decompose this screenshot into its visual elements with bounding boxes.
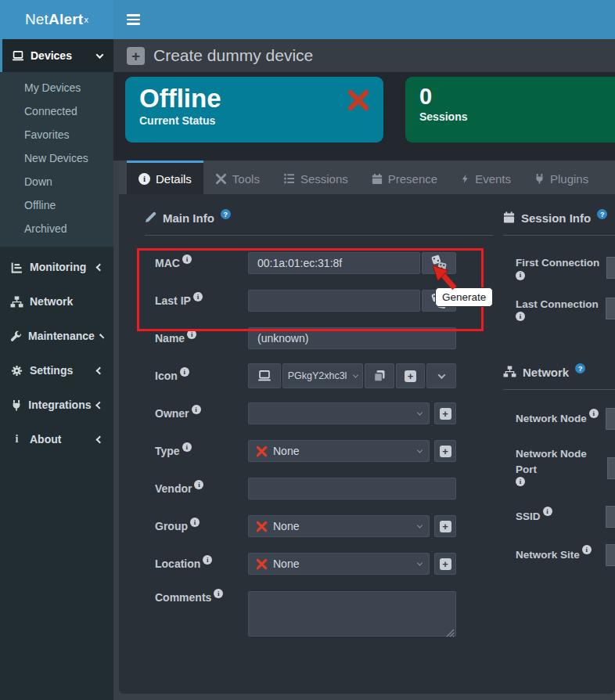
sidebar-item-label: Integrations [28,399,91,411]
wrench-icon [10,330,22,342]
network-site-input[interactable] [606,544,615,566]
detail-tabs: i Details Tools Sessions Presence Even [119,161,615,194]
question-circle-icon[interactable]: ? [597,209,607,219]
laptop-icon [11,51,24,61]
info-icon[interactable]: i [182,442,192,452]
info-icon[interactable]: i [582,545,592,554]
info-icon[interactable]: i [180,367,189,377]
plus-square-icon: + [127,47,145,65]
tab-label: Plugins [550,172,588,186]
type-select[interactable]: None [248,440,430,462]
info-icon[interactable]: i [194,480,203,489]
generate-mac-button[interactable] [422,252,456,274]
pencil-icon [145,211,156,223]
question-circle-icon[interactable]: ? [575,363,585,373]
main-info-header: Main Info ? [145,211,493,225]
tab-tools[interactable]: Tools [203,161,272,194]
plus-square-icon: + [440,521,451,532]
chevron-left-icon [96,401,104,409]
location-field-row: Locationi None + [145,545,493,583]
last-ip-input[interactable] [248,290,420,312]
comments-textarea[interactable] [248,591,456,637]
select-value: None [273,557,299,570]
sidebar-item-label: Maintenance [28,330,95,342]
tab-plugins[interactable]: Plugins [523,161,600,194]
owner-select[interactable] [248,402,430,424]
add-location-button[interactable]: + [434,553,456,575]
hamburger-menu-icon[interactable] [127,14,140,25]
list-ol-icon [283,173,295,184]
info-icon[interactable]: i [187,330,196,339]
icon-preview-button[interactable] [248,363,281,388]
tab-sessions[interactable]: Sessions [272,161,360,194]
sidebar-item-devices[interactable]: Devices [0,39,113,72]
add-icon-button[interactable]: + [396,363,426,388]
info-icon[interactable]: i [214,589,223,598]
type-field-row: Typei None + [145,432,493,470]
app-logo[interactable]: NetAlertx [0,0,113,39]
info-icon[interactable]: i [192,405,201,414]
info-icon[interactable]: i [516,271,525,280]
sidebar-item-connected[interactable]: Connected [0,99,113,123]
network-node-row: Network Nodei [503,408,615,430]
laptop-icon [257,370,272,381]
sidebar-item-archived[interactable]: Archived [0,217,113,240]
info-icon[interactable]: i [203,555,212,565]
sidebar-item-monitoring[interactable]: Monitoring [0,250,113,284]
name-input[interactable] [248,327,456,349]
network-node-input[interactable] [606,408,615,430]
section-title: Session Info [521,211,591,225]
sidebar-item-offline[interactable]: Offline [0,193,113,217]
info-icon[interactable]: i [543,507,552,516]
sidebar-item-integrations[interactable]: Integrations [0,388,113,422]
sidebar-item-favorites[interactable]: Favorites [0,123,113,146]
last-connection-input[interactable] [606,298,615,319]
mac-input[interactable] [248,252,420,274]
field-label: Location [155,557,200,570]
info-icon[interactable]: i [190,518,200,527]
page-header: + Create dummy device [113,39,615,72]
question-circle-icon[interactable]: ? [221,209,231,219]
add-group-button[interactable]: + [434,515,456,537]
info-icon[interactable]: i [516,312,525,321]
sidebar-item-down[interactable]: Down [0,170,113,193]
sidebar-item-settings[interactable]: Settings [0,353,113,388]
tab-events[interactable]: Events [449,161,523,194]
icon-select[interactable]: PGkgY2xhc3l [282,363,363,388]
expand-icon-button[interactable] [426,363,456,388]
tab-presence[interactable]: Presence [360,161,449,194]
sidebar-item-about[interactable]: i About [0,422,113,456]
tab-label: Presence [388,172,437,186]
field-label: MAC [155,257,180,269]
add-type-button[interactable]: + [434,440,456,462]
vendor-input[interactable] [248,478,456,500]
owner-field-row: Owneri + [145,395,493,432]
first-connection-input[interactable] [606,257,615,279]
sidebar-item-my-devices[interactable]: My Devices [0,76,113,99]
tools-icon [215,173,227,185]
resize-handle-icon[interactable] [446,629,455,637]
sidebar: Devices My Devices Connected Favorites N… [0,39,113,700]
sidebar-item-maintenance[interactable]: Maintenance [0,319,113,353]
info-icon[interactable]: i [589,409,599,418]
ssid-input[interactable] [606,506,615,528]
plug-icon [10,399,22,411]
group-select[interactable]: None [248,515,430,537]
copy-icon-button[interactable] [365,363,394,388]
location-select[interactable]: None [248,553,430,575]
chevron-left-icon [96,263,104,271]
tab-details[interactable]: i Details [127,161,203,194]
sidebar-item-network[interactable]: Network [0,284,113,319]
first-connection-row: First Connectioni [503,255,615,280]
chevron-down-icon [437,371,445,379]
sidebar-item-new-devices[interactable]: New Devices [0,146,113,170]
section-title: Network [523,366,569,379]
info-icon[interactable]: i [182,254,192,264]
field-label: Network Site [516,547,580,563]
info-icon[interactable]: i [516,477,525,486]
icon-field-row: Iconi PGkgY2xhc3l [145,357,493,395]
network-node-port-input[interactable] [607,457,615,479]
info-icon[interactable]: i [193,292,203,301]
add-owner-button[interactable]: + [434,402,456,424]
sidebar-item-label: Devices [31,49,72,62]
